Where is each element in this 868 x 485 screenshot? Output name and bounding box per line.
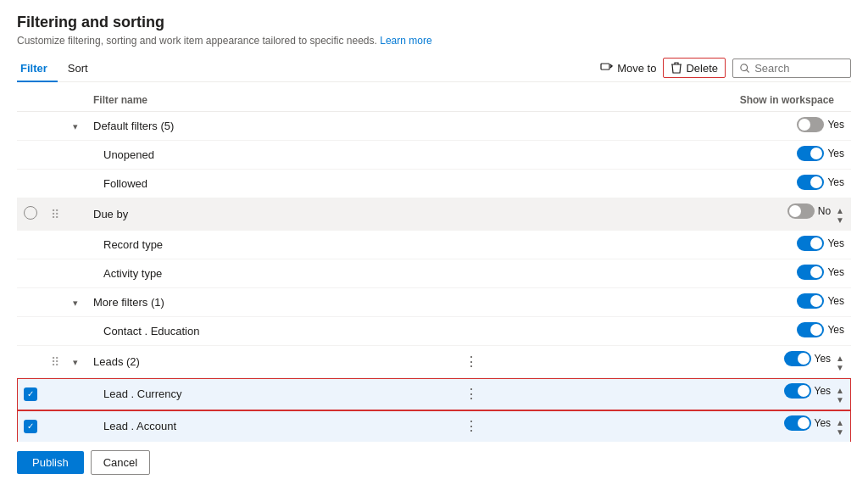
toggle-switch[interactable] [797,293,824,309]
chevron-cell [66,259,86,288]
filter-name-cell: Contact . Education [86,317,458,346]
cancel-button[interactable]: Cancel [91,450,150,475]
context-menu-icon[interactable]: ⋮ [465,354,479,369]
toggle-contact-education[interactable]: Yes [797,322,844,337]
publish-button[interactable]: Publish [17,451,84,474]
search-icon [740,63,749,74]
filter-name-cell: More filters (1) [86,288,458,317]
drag-handle-icon[interactable]: ⠿ [51,208,59,221]
table-row: ✓Lead . Currency⋮ Yes ▲ ▼ [17,378,851,410]
toggle-switch[interactable] [784,351,811,366]
filter-name-text: Contact . Education [103,325,199,337]
row-checkbox-cell [17,198,44,231]
arrow-up-icon[interactable]: ▲ [836,387,844,395]
row-actions-cell: Yes [486,317,851,346]
table-row: ⠿▾Leads (2)⋮ Yes ▲ ▼ [17,346,851,378]
chevron-icon[interactable]: ▾ [73,298,78,308]
table-row: ⠿Due by No ▲ ▼ [17,198,851,231]
filter-name-text: Default filters (5) [93,120,174,132]
move-to-icon [600,61,614,75]
context-menu-icon[interactable]: ⋮ [465,387,479,401]
toggle-record-type[interactable]: Yes [797,236,844,251]
toggle-switch[interactable] [784,383,811,399]
filter-table: Filter name Show in workspace ▾Default f… [17,89,851,442]
move-to-button[interactable]: Move to [600,61,656,75]
toggle-switch[interactable] [797,146,824,161]
tabs-bar: Filter Sort [17,57,105,81]
filter-name-cell: Followed [86,170,458,198]
dots-menu-cell [458,288,486,317]
move-to-label: Move to [617,62,656,75]
table-row: Unopened Yes [17,141,851,170]
chevron-icon[interactable]: ▾ [73,357,78,367]
drag-handle-icon[interactable]: ⠿ [51,355,59,369]
toggle-lead-account[interactable]: Yes [784,415,832,431]
row-checkbox-cell [17,346,44,378]
arrow-down-icon[interactable]: ▼ [836,364,844,372]
sort-arrows: ▲ ▼ [836,354,844,372]
sort-arrows: ▲ ▼ [836,207,844,225]
toggle-label: Yes [827,266,844,278]
toggle-switch[interactable] [797,175,824,190]
table-container: Filter name Show in workspace ▾Default f… [17,89,851,442]
toggle-switch[interactable] [784,415,811,431]
arrow-down-icon[interactable]: ▼ [836,428,844,437]
chevron-cell: ▾ [66,112,86,141]
row-checkbox-cell [17,112,44,141]
toggle-label: Yes [827,148,844,159]
toggle-followed[interactable]: Yes [797,175,844,190]
drag-cell [44,259,66,288]
checkbox-checked[interactable]: ✓ [24,387,37,401]
chevron-cell [66,317,86,346]
toggle-switch[interactable] [797,322,824,337]
arrow-down-icon[interactable]: ▼ [836,216,844,225]
arrow-down-icon[interactable]: ▼ [836,396,844,404]
arrow-up-icon[interactable]: ▲ [836,354,844,363]
dots-menu-cell [458,259,486,288]
drag-cell: ⠿ [44,346,66,378]
chevron-icon[interactable]: ▾ [73,121,78,131]
toggle-label: Yes [815,353,832,365]
checkbox-circle[interactable] [24,206,37,220]
tab-filter[interactable]: Filter [17,57,58,81]
toggle-switch[interactable] [787,203,815,219]
table-row: Followed Yes [17,170,851,198]
toggle-switch[interactable] [797,236,824,251]
delete-button[interactable]: Delete [663,58,726,78]
dots-menu-cell [458,317,486,346]
row-checkbox-cell [17,231,44,259]
toggle-due-by[interactable]: No [787,203,831,219]
learn-more-link[interactable]: Learn more [380,35,431,47]
search-box[interactable] [732,59,851,78]
toggle-activity-type[interactable]: Yes [797,265,844,280]
page-title: Filtering and sorting [17,14,851,31]
toggle-switch[interactable] [797,265,824,280]
chevron-cell [66,231,86,259]
filter-name-cell: Lead . Account [86,410,458,442]
toggle-label: Yes [827,324,844,336]
col-header-filter-name: Filter name [86,89,458,112]
context-menu-icon[interactable]: ⋮ [465,419,479,433]
filter-name-text: Followed [103,177,147,190]
delete-label: Delete [686,62,718,75]
dots-menu-cell: ⋮ [458,346,486,378]
arrow-up-icon[interactable]: ▲ [836,419,844,427]
toggle-more-filters[interactable]: Yes [797,293,844,309]
row-actions-cell: Yes ▲ ▼ [486,378,851,410]
checkbox-checked[interactable]: ✓ [24,420,37,433]
search-input[interactable] [754,62,843,75]
filter-name-text: Due by [93,208,128,220]
page-subtitle: Customize filtering, sorting and work it… [17,35,851,47]
toggle-leads[interactable]: Yes [784,351,832,366]
row-checkbox-cell [17,259,44,288]
toggle-default-filters[interactable]: Yes [797,117,844,132]
toggle-switch[interactable] [797,117,824,132]
toggle-unopened[interactable]: Yes [797,146,844,161]
row-checkbox-cell: ✓ [17,378,44,410]
filter-name-cell: Leads (2) [86,346,458,378]
toggle-lead-currency[interactable]: Yes [784,383,832,399]
arrow-up-icon[interactable]: ▲ [836,207,844,215]
dots-menu-cell: ⋮ [458,410,486,442]
tab-sort[interactable]: Sort [64,57,98,81]
drag-cell [44,378,66,410]
